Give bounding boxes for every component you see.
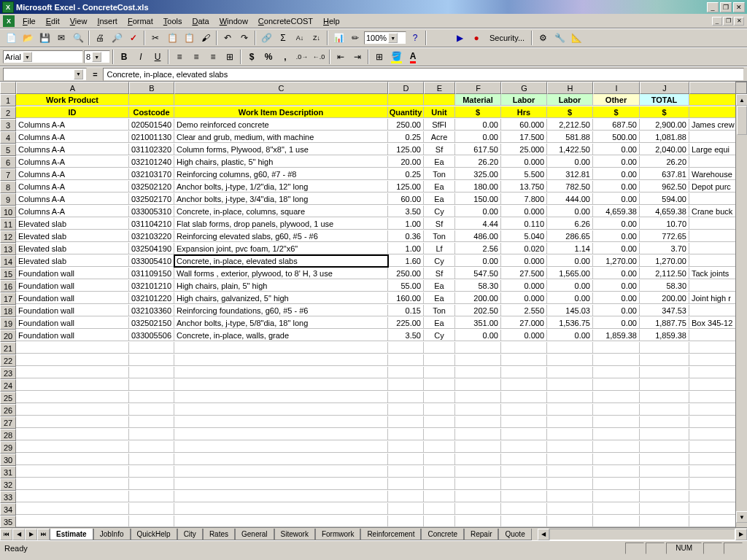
cell-14-G[interactable]: 0.000 [501, 255, 547, 267]
cell-34-9[interactable] [640, 503, 689, 515]
cell-16-D[interactable]: 55.00 [388, 280, 424, 292]
cell-12-J[interactable]: 772.65 [640, 230, 689, 242]
cell-18-G[interactable]: 2.550 [501, 305, 547, 316]
cell-20-F[interactable]: 0.00 [455, 330, 501, 341]
cell-12-A[interactable]: Elevated slab [16, 230, 129, 242]
cell-31-8[interactable] [593, 466, 640, 478]
cell-8-B[interactable]: 032502120 [129, 181, 174, 192]
row-header-11[interactable]: 11 [0, 218, 16, 230]
row-header-12[interactable]: 12 [0, 230, 16, 243]
cell-27-8[interactable] [593, 416, 640, 428]
cell-35-9[interactable] [640, 516, 689, 527]
cell-7-I[interactable]: 0.00 [593, 168, 640, 180]
cell-16-K[interactable] [689, 280, 739, 292]
cell-3-H[interactable]: 2,212.50 [547, 119, 593, 131]
cell-34-3[interactable] [388, 503, 424, 515]
cell-1-D[interactable] [388, 94, 424, 106]
cell-19-A[interactable]: Foundation wall [16, 317, 129, 329]
undo-icon[interactable]: ↶ [220, 30, 236, 46]
cell-11-I[interactable]: 0.00 [593, 218, 640, 230]
autosum-icon[interactable]: Σ [275, 30, 291, 46]
menu-data[interactable]: Data [187, 15, 214, 27]
cell-14-K[interactable] [689, 255, 739, 267]
cell-21-6[interactable] [501, 342, 547, 354]
cell-25-2[interactable] [174, 392, 388, 403]
menu-view[interactable]: View [65, 15, 93, 27]
cell-8-G[interactable]: 13.750 [501, 181, 547, 192]
cell-22-1[interactable] [129, 354, 174, 366]
cell-12-G[interactable]: 5.040 [501, 230, 547, 242]
cell-8-H[interactable]: 782.50 [547, 181, 593, 192]
cell-30-10[interactable] [689, 454, 739, 465]
scroll-down-icon[interactable]: ▼ [736, 511, 747, 523]
sheet-tab-repair[interactable]: Repair [464, 529, 498, 540]
cell-21-8[interactable] [593, 342, 640, 354]
cell-19-I[interactable]: 0.00 [593, 317, 640, 329]
cell-4-C[interactable]: Clear and grub, medium, with machine [174, 131, 388, 143]
cell-15-K[interactable]: Tack joints [689, 268, 739, 279]
horizontal-scrollbar[interactable]: ◀ ▶ [538, 529, 747, 540]
cell-26-6[interactable] [501, 404, 547, 416]
cell-35-4[interactable] [424, 516, 455, 527]
cell-7-D[interactable]: 0.25 [388, 168, 424, 180]
cell-3-F[interactable]: 0.00 [455, 119, 501, 131]
cell-24-8[interactable] [593, 379, 640, 391]
row-header-27[interactable]: 27 [0, 416, 16, 429]
cell-17-B[interactable]: 032101220 [129, 292, 174, 304]
restore-button[interactable]: ❐ [720, 2, 732, 12]
cell-7-J[interactable]: 637.81 [640, 168, 689, 180]
cell-6-B[interactable]: 032101240 [129, 156, 174, 168]
cell-17-K[interactable]: Joint high r [689, 292, 739, 304]
cell-3-D[interactable]: 250.00 [388, 119, 424, 131]
cell-15-J[interactable]: 2,112.50 [640, 268, 689, 279]
cell-25-10[interactable] [689, 392, 739, 403]
cell-14-A[interactable]: Elevated slab [16, 255, 129, 267]
cell-27-5[interactable] [455, 416, 501, 428]
cell-11-F[interactable]: 4.44 [455, 218, 501, 230]
merge-icon[interactable]: ⊞ [222, 49, 238, 65]
row-header-33[interactable]: 33 [0, 491, 16, 503]
doc-restore-button[interactable]: ❐ [723, 17, 733, 26]
cell-14-C[interactable]: Concrete, in-place, elevated slabs [174, 255, 388, 267]
tab-nav-prev-icon[interactable]: ◀ [12, 529, 25, 540]
cell-30-5[interactable] [455, 454, 501, 465]
cell-33-9[interactable] [640, 491, 689, 502]
cut-icon[interactable]: ✂ [147, 30, 163, 46]
close-button[interactable]: ✕ [733, 2, 745, 12]
row-header-2[interactable]: 2 [0, 106, 16, 119]
cell-24-9[interactable] [640, 379, 689, 391]
cell-29-5[interactable] [455, 441, 501, 453]
cell-5-G[interactable]: 25.000 [501, 144, 547, 155]
cell-2-J[interactable]: $ [640, 106, 689, 118]
cell-10-H[interactable]: 0.00 [547, 206, 593, 217]
cell-6-F[interactable]: 26.20 [455, 156, 501, 168]
cell-8-K[interactable]: Depot purc [689, 181, 739, 192]
cell-25-4[interactable] [424, 392, 455, 403]
cell-13-A[interactable]: Elevated slab [16, 243, 129, 254]
cell-27-4[interactable] [424, 416, 455, 428]
sheet-tab-quote[interactable]: Quote [498, 529, 531, 540]
cell-33-6[interactable] [501, 491, 547, 502]
cell-15-D[interactable]: 250.00 [388, 268, 424, 279]
cell-24-2[interactable] [174, 379, 388, 391]
cell-1-F[interactable]: Material [455, 94, 501, 106]
cell-33-0[interactable] [16, 491, 129, 502]
cell-22-2[interactable] [174, 354, 388, 366]
worksheet-grid[interactable]: ▲ ▼ ABCDEFGHIJ1Work ProductMaterialLabor… [0, 81, 747, 527]
column-header-J[interactable]: J [640, 82, 689, 94]
cell-10-I[interactable]: 4,659.38 [593, 206, 640, 217]
cell-20-G[interactable]: 0.000 [501, 330, 547, 341]
cell-7-G[interactable]: 5.500 [501, 168, 547, 180]
cell-26-10[interactable] [689, 404, 739, 416]
cell-1-K[interactable] [689, 94, 739, 106]
cell-9-A[interactable]: Columns A-A [16, 193, 129, 205]
cell-35-3[interactable] [388, 516, 424, 527]
cell-1-G[interactable]: Labor [501, 94, 547, 106]
format-painter-icon[interactable]: 🖌 [198, 30, 214, 46]
cell-23-4[interactable] [424, 367, 455, 378]
menu-tools[interactable]: Tools [158, 15, 187, 27]
cell-26-7[interactable] [547, 404, 593, 416]
cell-26-3[interactable] [388, 404, 424, 416]
spelling-icon[interactable]: ✓ [125, 30, 142, 46]
select-all[interactable] [0, 82, 16, 94]
